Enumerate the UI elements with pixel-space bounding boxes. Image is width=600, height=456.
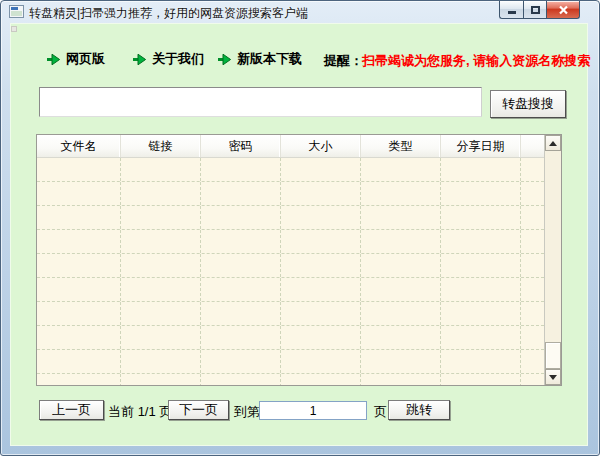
table-cell [37,350,121,373]
table-cell-stub [521,326,544,349]
table-cell [361,278,441,301]
scroll-down-button[interactable] [545,369,561,385]
nav-link-new-version-download[interactable]: 新版本下载 [217,50,302,68]
table-cell [361,182,441,205]
column-header[interactable]: 类型 [361,135,441,157]
app-window: 转盘精灵|扫帚强力推荐，好用的网盘资源搜索客户端 网页版 [0,0,600,456]
table-cell-stub [521,374,544,385]
table-cell [361,206,441,229]
table-cell [201,302,281,325]
table-cell [121,278,201,301]
table-cell [201,230,281,253]
table-cell [361,374,441,385]
table-cell [37,302,121,325]
table-cell [121,350,201,373]
table-cell [361,350,441,373]
table-cell [281,182,361,205]
table-cell [361,158,441,181]
table-row [37,230,544,254]
table-cell [441,182,521,205]
green-arrow-icon [132,53,147,66]
down-arrow-icon [549,375,557,380]
jump-button[interactable]: 跳转 [388,400,450,420]
table-cell [37,326,121,349]
table-cell [37,278,121,301]
table-cell [361,254,441,277]
table-cell [201,158,281,181]
table-cell-stub [521,278,544,301]
maximize-button[interactable] [523,1,547,19]
results-table: 文件名链接密码大小类型分享日期 [36,134,562,386]
goto-page-suffix: 页 [374,403,387,421]
table-row [37,206,544,230]
table-cell [201,206,281,229]
table-cell [37,254,121,277]
column-header[interactable]: 密码 [201,135,281,157]
table-header-row: 文件名链接密码大小类型分享日期 [37,135,544,158]
table-cell [201,254,281,277]
app-icon [9,5,24,18]
column-header[interactable]: 分享日期 [441,135,521,157]
window-title: 转盘精灵|扫帚强力推荐，好用的网盘资源搜索客户端 [29,5,308,22]
table-body [37,158,544,385]
goto-page-prefix: 到第 [234,403,260,421]
table-row [37,374,544,385]
green-arrow-icon [217,53,232,66]
corner-grip [11,26,17,32]
table-cell [121,230,201,253]
scrollbar-track[interactable] [545,151,561,369]
minimize-button[interactable] [499,1,523,19]
next-page-button[interactable]: 下一页 [168,400,229,420]
client-area: 网页版 关于我们 新版本下载 提醒： 扫帚竭诚为您服务, 请输入资源名称搜索 转… [10,23,588,446]
search-button[interactable]: 转盘搜搜 [490,90,566,118]
table-cell-stub [521,158,544,181]
table-cell [121,182,201,205]
table-cell [441,326,521,349]
table-cell [281,206,361,229]
nav-link-label: 新版本下载 [237,50,302,68]
table-cell [281,374,361,385]
table-cell-stub [521,230,544,253]
table-cell [37,206,121,229]
column-header[interactable]: 大小 [281,135,361,157]
table-cell [361,230,441,253]
table-cell [361,302,441,325]
table-cell [281,326,361,349]
table-cell [441,206,521,229]
table-cell [441,350,521,373]
table-cell [37,182,121,205]
column-header-stub [521,135,544,157]
table-cell [441,230,521,253]
table-cell [37,230,121,253]
window-controls [499,1,580,19]
table-cell [121,326,201,349]
page-number-input[interactable] [259,401,367,420]
reminder-label: 提醒： [324,52,363,70]
table-cell [201,278,281,301]
table-cell-stub [521,254,544,277]
scroll-up-button[interactable] [545,135,561,151]
nav-link-web-version[interactable]: 网页版 [46,50,105,68]
table-cell [361,326,441,349]
nav-link-label: 关于我们 [152,50,204,68]
column-header[interactable]: 链接 [121,135,201,157]
table-cell [281,158,361,181]
nav-link-about-us[interactable]: 关于我们 [132,50,204,68]
table-row [37,158,544,182]
current-page-prefix: 当前 [108,404,134,419]
table-cell-stub [521,302,544,325]
scrollbar-thumb[interactable] [545,342,561,369]
titlebar[interactable]: 转盘精灵|扫帚强力推荐，好用的网盘资源搜索客户端 [1,1,599,23]
current-page-label: 当前 1/1 页 [108,403,172,421]
table-cell [121,158,201,181]
table-row [37,350,544,374]
prev-page-button[interactable]: 上一页 [39,400,104,420]
close-button[interactable] [547,1,580,19]
table-cell [37,158,121,181]
column-header[interactable]: 文件名 [37,135,121,157]
table-row [37,302,544,326]
table-cell [441,374,521,385]
vertical-scrollbar[interactable] [544,135,561,385]
close-icon [558,5,569,15]
search-input[interactable] [39,87,482,117]
